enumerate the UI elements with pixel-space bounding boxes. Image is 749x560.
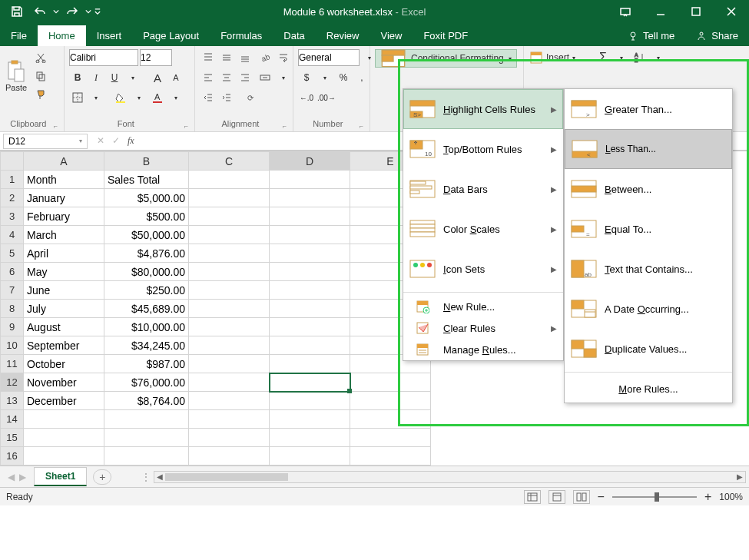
ribbon-options-button[interactable] (608, 0, 643, 23)
cell-A11[interactable]: October (24, 355, 104, 373)
cell-B9[interactable]: $10,000.00 (104, 318, 189, 336)
next-sheet-button[interactable]: ▶ (19, 472, 26, 482)
decrease-indent-button[interactable] (200, 89, 217, 106)
menu-color-scales[interactable]: Color Scales ▶ (403, 209, 563, 249)
fill-color-button[interactable] (112, 89, 129, 106)
fill-handle[interactable] (347, 389, 352, 393)
menu-equal-to[interactable]: = Equal To... (565, 209, 732, 249)
row-header-13[interactable]: 13 (1, 392, 24, 410)
tab-review[interactable]: Review (316, 25, 370, 46)
qat-customize[interactable] (94, 1, 101, 22)
normal-view-button[interactable] (524, 490, 541, 504)
cell-A7[interactable]: June (24, 281, 104, 300)
row-header-8[interactable]: 8 (1, 300, 24, 318)
col-header-D[interactable]: D (270, 152, 350, 171)
select-all-triangle[interactable] (1, 152, 24, 171)
menu-more-rules[interactable]: More Rules... (565, 376, 732, 403)
row-header-4[interactable]: 4 (1, 226, 24, 244)
maximize-button[interactable] (678, 0, 714, 23)
cell-B8[interactable]: $45,689.00 (104, 300, 189, 318)
orientation-dropdown[interactable]: ⟳ (243, 89, 260, 106)
row-header-16[interactable]: 16 (1, 447, 24, 466)
row-header-5[interactable]: 5 (1, 244, 24, 263)
cell-B10[interactable]: $34,245.00 (104, 336, 189, 355)
cell-D12[interactable] (270, 373, 350, 392)
cell-A6[interactable]: May (24, 263, 104, 281)
zoom-level[interactable]: 100% (719, 492, 743, 502)
menu-clear-rules[interactable]: Clear Rules ▶ (403, 317, 563, 339)
font-launcher[interactable]: ⌐ (183, 122, 190, 130)
row-header-11[interactable]: 11 (1, 355, 24, 373)
name-box[interactable]: D12▾ (3, 134, 88, 149)
bold-button[interactable]: B (69, 69, 86, 86)
cell-A3[interactable]: February (24, 207, 104, 226)
align-middle-button[interactable] (218, 49, 235, 66)
menu-less-than[interactable]: < Less Than... (565, 129, 732, 169)
scroll-left-button[interactable]: ◀ (154, 472, 165, 482)
autosum-button[interactable]: Σ (595, 49, 611, 66)
menu-icon-sets[interactable]: Icon Sets ▶ (403, 249, 563, 289)
col-header-C[interactable]: C (189, 152, 270, 171)
undo-dropdown[interactable] (52, 1, 60, 22)
menu-between[interactable]: Between... (565, 169, 732, 209)
insert-cells-button[interactable]: Insert ▾ (529, 49, 576, 66)
cell-A2[interactable]: January (24, 189, 104, 207)
row-header-1[interactable]: 1 (1, 171, 24, 189)
wrap-text-button[interactable] (275, 49, 292, 66)
tab-file[interactable]: File (0, 25, 38, 46)
merge-center-button[interactable] (257, 69, 273, 86)
zoom-in-button[interactable]: + (704, 490, 711, 504)
row-header-10[interactable]: 10 (1, 336, 24, 355)
row-header-3[interactable]: 3 (1, 207, 24, 226)
prev-sheet-button[interactable]: ◀ (8, 472, 15, 482)
tab-insert[interactable]: Insert (86, 25, 133, 46)
menu-data-bars[interactable]: Data Bars ▶ (403, 169, 563, 209)
cell-B3[interactable]: $500.00 (104, 207, 189, 226)
format-painter-button[interactable] (32, 86, 49, 103)
zoom-slider[interactable] (612, 496, 697, 498)
copy-button[interactable] (32, 68, 49, 84)
autosum-dropdown[interactable]: ▾ (613, 49, 630, 66)
align-right-button[interactable] (237, 69, 254, 86)
tab-data[interactable]: Data (273, 25, 315, 46)
underline-dropdown[interactable]: ▾ (124, 69, 141, 86)
italic-button[interactable]: I (88, 69, 104, 86)
align-left-button[interactable] (200, 69, 217, 86)
cell-A12[interactable]: November (24, 373, 104, 392)
font-color-dropdown[interactable]: ▾ (167, 89, 184, 106)
cell-A10[interactable]: September (24, 336, 104, 355)
cell-B13[interactable]: $8,764.00 (104, 392, 189, 410)
undo-button[interactable] (29, 1, 51, 22)
menu-top-bottom-rules[interactable]: 10 Top/Bottom Rules ▶ (403, 129, 563, 169)
font-name-select[interactable] (69, 49, 138, 66)
font-size-select[interactable] (140, 49, 172, 66)
decrease-decimal-button[interactable]: .00→ (317, 89, 336, 106)
cell-B6[interactable]: $80,000.00 (104, 263, 189, 281)
font-color-button[interactable]: A (149, 89, 166, 106)
cell-A8[interactable]: July (24, 300, 104, 318)
tab-view[interactable]: View (370, 25, 413, 46)
cell-A13[interactable]: December (24, 392, 104, 410)
scroll-thumb[interactable] (165, 473, 288, 481)
cell-B12[interactable]: $76,000.00 (104, 373, 189, 392)
increase-indent-button[interactable] (218, 89, 235, 106)
menu-new-rule[interactable]: New Rule... (403, 296, 563, 317)
page-break-view-button[interactable] (573, 490, 590, 504)
page-layout-view-button[interactable] (548, 490, 565, 504)
share-button[interactable]: Share (685, 25, 749, 46)
insert-function-button[interactable]: fx (128, 135, 134, 147)
redo-dropdown[interactable] (85, 1, 92, 22)
row-header-14[interactable]: 14 (1, 410, 24, 429)
increase-font-button[interactable]: A (149, 69, 166, 86)
currency-button[interactable]: $ (298, 69, 315, 86)
alignment-launcher[interactable]: ⌐ (281, 122, 288, 130)
cell-B4[interactable]: $50,000.00 (104, 226, 189, 244)
conditional-formatting-button[interactable]: Conditional Formatting ▾ (375, 49, 517, 68)
save-button[interactable] (6, 1, 28, 22)
menu-date-occurring[interactable]: A Date Occurring... (565, 289, 732, 329)
cell-B5[interactable]: $4,876.00 (104, 244, 189, 263)
align-center-button[interactable] (218, 69, 235, 86)
tab-formulas[interactable]: Formulas (210, 25, 273, 46)
sort-filter-button[interactable]: AZ (631, 49, 648, 66)
decrease-font-button[interactable]: A (167, 69, 184, 86)
